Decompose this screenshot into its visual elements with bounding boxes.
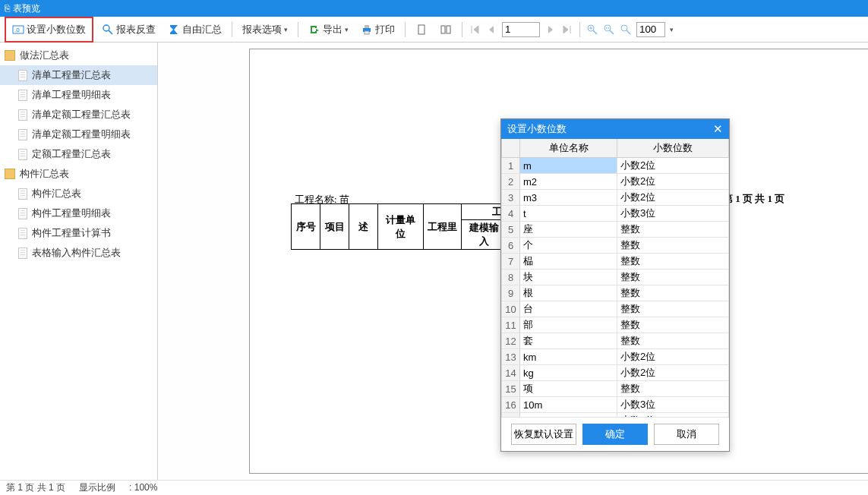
zoom-fit-button[interactable] [620, 24, 632, 36]
sidebar-folder[interactable]: 构件汇总表 [0, 164, 157, 184]
unit-cell[interactable]: 个 [520, 238, 617, 254]
close-icon[interactable]: ✕ [713, 122, 723, 136]
sidebar-item[interactable]: 清单定额工程量明细表 [0, 125, 157, 144]
export-icon [308, 24, 320, 36]
export-button[interactable]: 导出 ▾ [305, 20, 352, 39]
unit-cell[interactable]: m [520, 158, 617, 174]
sidebar-item[interactable]: 定额工程量汇总表 [0, 144, 157, 164]
single-page-view-button[interactable] [412, 20, 431, 39]
unit-cell[interactable]: 根 [520, 285, 617, 301]
dialog-grid-scroll[interactable]: 单位名称 小数位数 1m小数2位2m2小数2位3m3小数2位4t小数3位5座整数… [501, 139, 729, 417]
svg-line-15 [610, 30, 614, 34]
decimal-cell[interactable]: 整数 [617, 301, 729, 317]
svg-rect-5 [365, 25, 369, 28]
decimal-cell[interactable]: 整数 [617, 317, 729, 333]
decimal-cell[interactable]: 小数2位 [617, 349, 729, 365]
decimal-row[interactable]: 1m小数2位 [502, 158, 729, 174]
magnify-icon [102, 24, 114, 36]
decimal-cell[interactable]: 小数2位 [617, 174, 729, 190]
unit-cell[interactable]: m2 [520, 174, 617, 190]
decimal-cell[interactable]: 整数 [617, 254, 729, 270]
decimal-cell[interactable]: 整数 [617, 285, 729, 301]
zoom-in-button[interactable] [586, 24, 598, 36]
decimal-row[interactable]: 6个整数 [502, 238, 729, 254]
decimal-row[interactable]: 3m3小数2位 [502, 190, 729, 206]
set-decimal-button[interactable]: .0 设置小数位数 [8, 20, 90, 39]
sidebar-item[interactable]: 清单工程量明细表 [0, 85, 157, 105]
double-page-view-button[interactable] [436, 20, 456, 39]
row-number: 14 [502, 365, 520, 381]
decimal-cell[interactable]: 小数3位 [617, 206, 729, 222]
dialog-title: 设置小数位数 [507, 122, 567, 136]
zoom-out-button[interactable] [603, 24, 615, 36]
unit-cell[interactable]: 台 [520, 301, 617, 317]
next-page-button[interactable] [544, 24, 557, 36]
last-page-button[interactable] [561, 24, 573, 36]
decimal-cell[interactable]: 小数3位 [617, 397, 729, 413]
unit-cell[interactable]: 10m [520, 397, 617, 413]
decimal-row[interactable]: 11部整数 [502, 317, 729, 333]
decimal-row[interactable]: 9根整数 [502, 285, 729, 301]
dropdown-icon: ▾ [345, 26, 349, 33]
unit-cell[interactable]: t [520, 206, 617, 222]
sidebar-item[interactable]: 构件工程量计算书 [0, 223, 157, 243]
window-title: 表预览 [13, 2, 40, 15]
decimal-cell[interactable]: 整数 [617, 222, 729, 238]
body-area: 做法汇总表清单工程量汇总表清单工程量明细表清单定额工程量汇总表清单定额工程量明细… [0, 43, 868, 480]
decimal-cell[interactable]: 整数 [617, 333, 729, 349]
page-number-input[interactable] [502, 22, 540, 37]
cancel-button[interactable]: 取消 [654, 424, 719, 445]
sidebar-item[interactable]: 表格输入构件汇总表 [0, 243, 157, 263]
double-page-icon [440, 24, 452, 36]
dropdown-icon[interactable]: ▾ [670, 26, 674, 33]
unit-cell[interactable]: kg [520, 365, 617, 381]
sidebar-item[interactable]: 构件汇总表 [0, 184, 157, 203]
free-summary-button[interactable]: 自由汇总 [164, 20, 226, 39]
unit-cell[interactable]: 块 [520, 270, 617, 285]
sidebar-folder[interactable]: 做法汇总表 [0, 46, 157, 65]
restore-defaults-button[interactable]: 恢复默认设置 [511, 424, 576, 445]
decimal-row[interactable]: 4t小数3位 [502, 206, 729, 222]
decimal-row[interactable]: 10台整数 [502, 301, 729, 317]
report-options-button[interactable]: 报表选项 ▾ [238, 20, 292, 39]
file-icon [18, 90, 27, 101]
decimal-cell[interactable]: 整数 [617, 238, 729, 254]
decimal-row[interactable]: 1610m小数3位 [502, 397, 729, 413]
print-button[interactable]: 打印 [357, 20, 399, 39]
prev-page-button[interactable] [485, 24, 497, 36]
decimal-cell[interactable]: 整数 [617, 270, 729, 285]
sigma-icon [168, 24, 180, 36]
dropdown-icon: ▾ [284, 26, 288, 33]
first-page-button[interactable] [469, 24, 481, 36]
unit-cell[interactable]: 项 [520, 381, 617, 397]
sidebar-item[interactable]: 构件工程量明细表 [0, 203, 157, 223]
ok-button[interactable]: 确定 [582, 424, 648, 445]
dialog-buttons: 恢复默认设置 确定 取消 [501, 417, 729, 451]
decimal-cell[interactable]: 小数2位 [617, 190, 729, 206]
decimal-row[interactable]: 14kg小数2位 [502, 365, 729, 381]
report-recheck-label: 报表反查 [116, 23, 156, 36]
decimal-cell[interactable]: 小数2位 [617, 158, 729, 174]
decimal-row[interactable]: 13km小数2位 [502, 349, 729, 365]
file-icon [18, 109, 27, 121]
decimal-row[interactable]: 2m2小数2位 [502, 174, 729, 190]
dialog-title-bar[interactable]: 设置小数位数 ✕ [501, 119, 729, 139]
decimal-row[interactable]: 8块整数 [502, 270, 729, 285]
decimal-cell[interactable]: 小数2位 [617, 365, 729, 381]
decimal-cell[interactable]: 整数 [617, 381, 729, 397]
unit-cell[interactable]: 座 [520, 222, 617, 238]
unit-cell[interactable]: 榀 [520, 254, 617, 270]
decimal-row[interactable]: 5座整数 [502, 222, 729, 238]
zoom-input[interactable] [636, 22, 665, 37]
col-rownum [502, 139, 520, 158]
decimal-row[interactable]: 7榀整数 [502, 254, 729, 270]
unit-cell[interactable]: m3 [520, 190, 617, 206]
unit-cell[interactable]: 套 [520, 333, 617, 349]
unit-cell[interactable]: 部 [520, 317, 617, 333]
decimal-row[interactable]: 12套整数 [502, 333, 729, 349]
report-recheck-button[interactable]: 报表反查 [98, 20, 159, 39]
sidebar-item[interactable]: 清单工程量汇总表 [0, 65, 157, 85]
sidebar-item[interactable]: 清单定额工程量汇总表 [0, 105, 157, 125]
decimal-row[interactable]: 15项整数 [502, 381, 729, 397]
unit-cell[interactable]: km [520, 349, 617, 365]
